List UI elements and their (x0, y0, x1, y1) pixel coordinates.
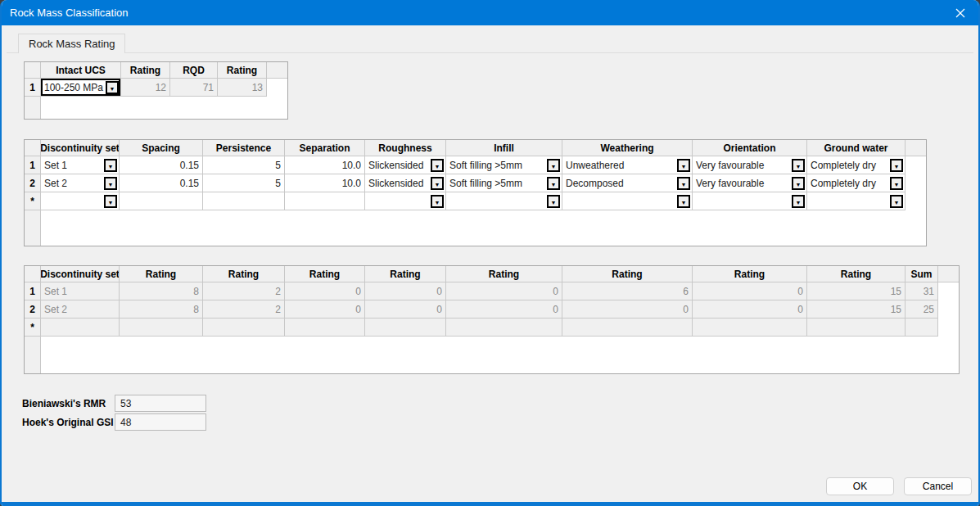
intact-ucs-table: Intact UCS Rating RQD Rating 1 100-250 M… (25, 62, 267, 97)
ground-water-cell[interactable]: Completely dry (807, 174, 905, 192)
ratings-summary-table: Discontinuity set Rating Rating Rating R… (25, 266, 938, 337)
set-cell[interactable]: Set 1 (41, 156, 120, 174)
dropdown-button[interactable] (890, 177, 903, 190)
rating-cell: 6 (562, 282, 693, 300)
dropdown-button[interactable] (431, 177, 444, 190)
sum-cell: 31 (905, 282, 938, 300)
col-header-weathering: Weathering (562, 140, 693, 156)
infill-cell[interactable]: Soft filling >5mm (446, 174, 562, 192)
set-cell[interactable]: Set 2 (41, 174, 120, 192)
dropdown-button[interactable] (890, 159, 903, 172)
dropdown-button[interactable] (677, 177, 690, 190)
col-header-orientation: Orientation (693, 140, 807, 156)
dropdown-button[interactable] (677, 159, 690, 172)
rmr-value: 53 (120, 398, 131, 409)
roughness-cell[interactable]: Slickensided (365, 156, 446, 174)
caret-down-icon (796, 196, 802, 207)
infill-cell[interactable]: Soft filling >5mm (446, 156, 562, 174)
rating-cell (285, 319, 365, 337)
gsi-value-box: 48 (115, 413, 206, 431)
rating-cell (120, 319, 203, 337)
dropdown-button[interactable] (547, 159, 560, 172)
row-header: 1 (25, 282, 41, 300)
dropdown-button[interactable] (104, 159, 117, 172)
spacing-cell[interactable]: 0.15 (120, 156, 203, 174)
corner-header (25, 140, 41, 156)
col-header-spacing: Spacing (120, 140, 203, 156)
weathering-value: Decomposed (566, 178, 624, 189)
intact-ucs-cell[interactable]: 100-250 MPa (41, 79, 121, 97)
roughness-cell[interactable] (365, 192, 446, 210)
col-header-rating: Rating (121, 62, 170, 79)
caret-down-icon (894, 196, 900, 207)
orientation-cell[interactable] (693, 192, 807, 210)
caret-down-icon (435, 160, 440, 171)
persistence-cell[interactable]: 5 (203, 174, 285, 192)
discontinuity-input-table: Discontinuity set Spacing Persistence Se… (25, 140, 905, 210)
rating-cell: 2 (203, 282, 285, 300)
dropdown-button[interactable] (547, 195, 560, 208)
persistence-cell[interactable] (203, 192, 285, 210)
caret-down-icon (796, 160, 802, 171)
caret-down-icon (551, 160, 557, 171)
dropdown-button[interactable] (792, 159, 805, 172)
cancel-button[interactable]: Cancel (904, 477, 972, 495)
orientation-cell[interactable]: Very favourable (693, 156, 807, 174)
col-header-persistence: Persistence (203, 140, 285, 156)
rating-cell: 0 (693, 282, 807, 300)
separation-cell[interactable]: 10.0 (285, 174, 365, 192)
tab-strip-divider (7, 52, 973, 53)
dropdown-button[interactable] (792, 195, 805, 208)
col-header-roughness: Roughness (365, 140, 446, 156)
weathering-cell[interactable]: Unweathered (562, 156, 693, 174)
persistence-cell[interactable]: 5 (203, 156, 285, 174)
roughness-cell[interactable]: Slickensided (365, 174, 446, 192)
col-header-rating: Rating (285, 266, 365, 282)
ground-water-cell[interactable] (807, 192, 905, 210)
ground-water-cell[interactable]: Completely dry (807, 156, 905, 174)
rating-cell (203, 319, 285, 337)
dropdown-button[interactable] (431, 159, 444, 172)
orientation-cell[interactable]: Very favourable (693, 174, 807, 192)
col-header-discontinuity-set: Discontinuity set (41, 266, 120, 282)
weathering-cell[interactable] (562, 192, 693, 210)
dropdown-button[interactable] (890, 195, 903, 208)
dropdown-button[interactable] (677, 195, 690, 208)
set-cell[interactable] (41, 192, 120, 210)
dropdown-button[interactable] (104, 177, 117, 190)
dropdown-button[interactable] (547, 177, 560, 190)
col-header-rating: Rating (365, 266, 446, 282)
window-bottom-border (2, 502, 978, 506)
rating-cell: 0 (285, 282, 365, 300)
dropdown-button[interactable] (106, 81, 119, 94)
caret-down-icon (108, 160, 114, 171)
header-filler (267, 62, 287, 79)
gsi-value: 48 (120, 417, 131, 428)
tab-rock-mass-rating[interactable]: Rock Mass Rating (18, 34, 125, 53)
infill-value: Soft filling >5mm (449, 160, 522, 171)
dropdown-button[interactable] (104, 195, 117, 208)
spacing-cell[interactable]: 0.15 (120, 174, 203, 192)
separation-cell[interactable]: 10.0 (285, 156, 365, 174)
ok-button[interactable]: OK (826, 477, 894, 495)
separation-cell[interactable] (285, 192, 365, 210)
set-value: Set 2 (44, 178, 67, 189)
set-cell: Set 2 (41, 300, 120, 319)
rating-cell (446, 319, 562, 337)
dropdown-button[interactable] (792, 177, 805, 190)
weathering-cell[interactable]: Decomposed (562, 174, 693, 192)
new-row-header: * (25, 319, 41, 337)
spacing-cell[interactable] (120, 192, 203, 210)
rating-cell (562, 319, 693, 337)
close-button[interactable] (942, 0, 978, 25)
intact-ucs-panel: Intact UCS Rating RQD Rating 1 100-250 M… (24, 61, 288, 120)
rqd-rating-cell: 13 (218, 79, 267, 97)
dropdown-button[interactable] (431, 195, 444, 208)
col-header-rqd: RQD (170, 62, 218, 79)
new-row-header: * (25, 192, 41, 210)
sum-cell: 25 (905, 300, 938, 319)
titlebar: Rock Mass Classification (2, 0, 978, 25)
infill-cell[interactable] (446, 192, 562, 210)
rock-mass-classification-dialog: Rock Mass Classification Rock Mass Ratin… (0, 0, 980, 506)
infill-value: Soft filling >5mm (449, 178, 522, 189)
